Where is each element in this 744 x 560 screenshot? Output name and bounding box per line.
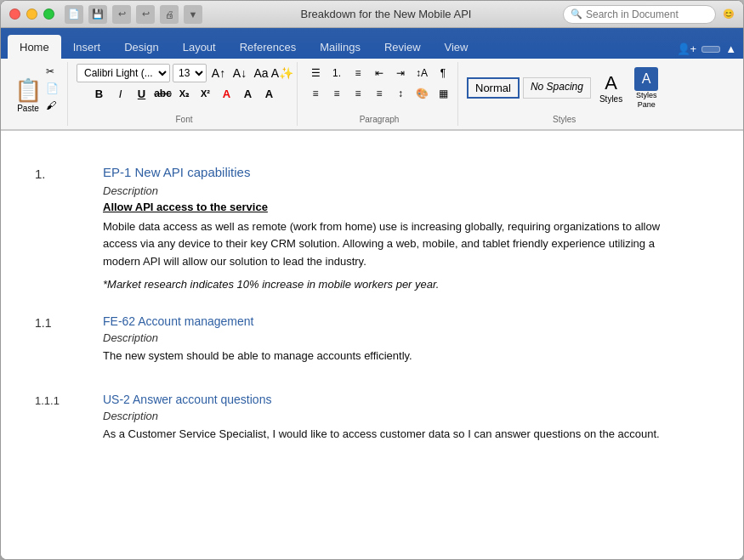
- underline-button[interactable]: U: [133, 84, 151, 103]
- tab-view[interactable]: View: [433, 35, 480, 59]
- decrease-indent-button[interactable]: ⇤: [370, 64, 389, 82]
- tab-layout[interactable]: Layout: [171, 35, 228, 59]
- save-icon[interactable]: 💾: [88, 5, 107, 24]
- styles-group: Normal No Spacing A Styles A StylesPane …: [462, 62, 667, 126]
- ribbon-toolbar: 📋 Paste ✂ 📄 🖌 Calibri Light (... 13: [1, 59, 743, 131]
- toolbar-icons: 📄 💾 ↩ ↩ 🖨 ▼: [65, 5, 202, 24]
- show-marks-button[interactable]: ¶: [434, 64, 452, 82]
- styles-pane-icon: A: [634, 67, 658, 91]
- align-right-button[interactable]: ≡: [349, 84, 367, 103]
- font-color-button[interactable]: A: [218, 84, 236, 103]
- ribbon-tabs: Home Insert Design Layout References Mai…: [1, 28, 743, 59]
- text-effects-button[interactable]: A✨: [273, 64, 292, 82]
- user-icon[interactable]: 😊: [723, 8, 735, 20]
- maximize-button[interactable]: [43, 8, 54, 20]
- styles-button[interactable]: A Styles: [596, 69, 626, 107]
- more-icon[interactable]: ▼: [184, 5, 202, 24]
- justify-button[interactable]: ≡: [370, 84, 389, 103]
- add-person-icon: 👤+: [677, 42, 697, 55]
- tab-mailings[interactable]: Mailings: [308, 35, 372, 59]
- undo-icon[interactable]: ↩: [112, 5, 131, 24]
- minimize-button[interactable]: [26, 8, 37, 20]
- item-desc-label-1: Description: [103, 184, 692, 197]
- item-number-3: 1.1.1: [35, 393, 103, 450]
- collapse-icon[interactable]: ▲: [725, 42, 736, 55]
- doc-item-2: 1.1 FE-62 Account management Description…: [35, 314, 692, 372]
- para-controls-row2: ≡ ≡ ≡ ≡ ↕ 🎨 ▦: [306, 84, 452, 103]
- item-bold-underline-1: Allow API access to the service: [103, 201, 692, 213]
- style-no-spacing[interactable]: No Spacing: [523, 77, 591, 99]
- item-title-3: US-2 Answer account questions: [103, 393, 692, 406]
- increase-indent-button[interactable]: ⇥: [391, 64, 410, 82]
- print-icon[interactable]: 🖨: [160, 5, 179, 24]
- strikethrough-button[interactable]: abc: [154, 84, 173, 103]
- highlight-button[interactable]: A: [239, 84, 258, 103]
- tab-review[interactable]: Review: [372, 35, 433, 59]
- numbering-button[interactable]: 1.: [327, 64, 346, 82]
- paste-label: Paste: [17, 104, 39, 113]
- tab-home[interactable]: Home: [8, 35, 61, 59]
- item-desc-label-2: Description: [103, 331, 692, 344]
- search-box[interactable]: 🔍: [563, 5, 716, 24]
- item-body-2: FE-62 Account management Description The…: [103, 314, 692, 372]
- styles-label: Styles: [599, 94, 622, 104]
- undo2-icon[interactable]: ↩: [136, 5, 155, 24]
- paste-group: 📋 Paste ✂ 📄 🖌: [8, 62, 68, 126]
- clear-format-button[interactable]: Aa: [252, 64, 270, 82]
- item-title-1: EP-1 New API capabilities: [103, 165, 692, 179]
- styles-gallery[interactable]: Normal No Spacing: [467, 77, 591, 99]
- tab-design[interactable]: Design: [112, 35, 170, 59]
- item-body-text-1: Mobile data access as well as remote (wo…: [103, 218, 692, 271]
- document-title: Breakdown for the New Mobile API: [209, 8, 563, 20]
- share-area: 👤+ ▲: [677, 42, 736, 59]
- paste-button[interactable]: 📋 Paste: [14, 77, 42, 113]
- font-size-select[interactable]: 13: [173, 64, 207, 82]
- search-icon: 🔍: [571, 8, 582, 20]
- font-controls-row1: Calibri Light (... 13 A↑ A↓ Aa A✨: [77, 64, 292, 82]
- item-body-1: EP-1 New API capabilities Description Al…: [103, 165, 692, 294]
- share-button[interactable]: [701, 46, 720, 53]
- paste-icon: 📋: [14, 77, 42, 104]
- tab-insert[interactable]: Insert: [61, 35, 113, 59]
- styles-icon: A: [605, 72, 617, 94]
- font-group: Calibri Light (... 13 A↑ A↓ Aa A✨ B I U …: [71, 62, 298, 126]
- item-title-2: FE-62 Account management: [103, 314, 692, 328]
- align-center-button[interactable]: ≡: [327, 84, 346, 103]
- line-spacing-button[interactable]: ↕: [391, 84, 410, 103]
- styles-pane-button[interactable]: A StylesPane: [631, 64, 662, 113]
- superscript-button[interactable]: X²: [196, 84, 215, 103]
- item-number-2: 1.1: [35, 314, 103, 372]
- para-controls-row1: ☰ 1. ≡ ⇤ ⇥ ↕A ¶: [306, 64, 452, 82]
- style-normal[interactable]: Normal: [467, 77, 520, 99]
- doc-item-3: 1.1.1 US-2 Answer account questions Desc…: [35, 393, 692, 450]
- clipboard-mini-buttons: ✂ 📄 🖌: [44, 64, 60, 113]
- align-left-button[interactable]: ≡: [306, 84, 325, 103]
- subscript-button[interactable]: X₂: [175, 84, 194, 103]
- bold-button[interactable]: B: [90, 84, 109, 103]
- shading-button[interactable]: 🎨: [412, 84, 431, 103]
- tab-references[interactable]: References: [228, 35, 308, 59]
- doc-item-1: 1. EP-1 New API capabilities Description…: [35, 165, 692, 294]
- app-window: 📄 💾 ↩ ↩ 🖨 ▼ Breakdown for the New Mobile…: [0, 0, 744, 560]
- new-doc-icon[interactable]: 📄: [65, 5, 83, 24]
- close-button[interactable]: [9, 8, 20, 20]
- document-content: 1. EP-1 New API capabilities Description…: [1, 131, 743, 559]
- item-number-1: 1.: [35, 165, 103, 294]
- search-input[interactable]: [586, 8, 708, 20]
- decrease-font-button[interactable]: A↓: [230, 64, 249, 82]
- styles-pane-label: StylesPane: [636, 91, 657, 110]
- font-family-select[interactable]: Calibri Light (...: [77, 64, 170, 82]
- italic-button[interactable]: I: [111, 84, 130, 103]
- item-desc-label-3: Description: [103, 410, 692, 422]
- borders-button[interactable]: ▦: [434, 84, 452, 103]
- copy-button[interactable]: 📄: [44, 81, 60, 96]
- sort-button[interactable]: ↕A: [412, 64, 431, 82]
- paragraph-group: ☰ 1. ≡ ⇤ ⇥ ↕A ¶ ≡ ≡ ≡ ≡ ↕ 🎨 ▦ Paragraph: [301, 62, 458, 126]
- font-controls-row2: B I U abc X₂ X² A A A: [90, 84, 279, 103]
- text-color-button[interactable]: A: [260, 84, 279, 103]
- multilevel-button[interactable]: ≡: [349, 64, 367, 82]
- format-painter-button[interactable]: 🖌: [44, 98, 60, 113]
- cut-button[interactable]: ✂: [44, 64, 60, 79]
- increase-font-button[interactable]: A↑: [209, 64, 228, 82]
- bullets-button[interactable]: ☰: [306, 64, 325, 82]
